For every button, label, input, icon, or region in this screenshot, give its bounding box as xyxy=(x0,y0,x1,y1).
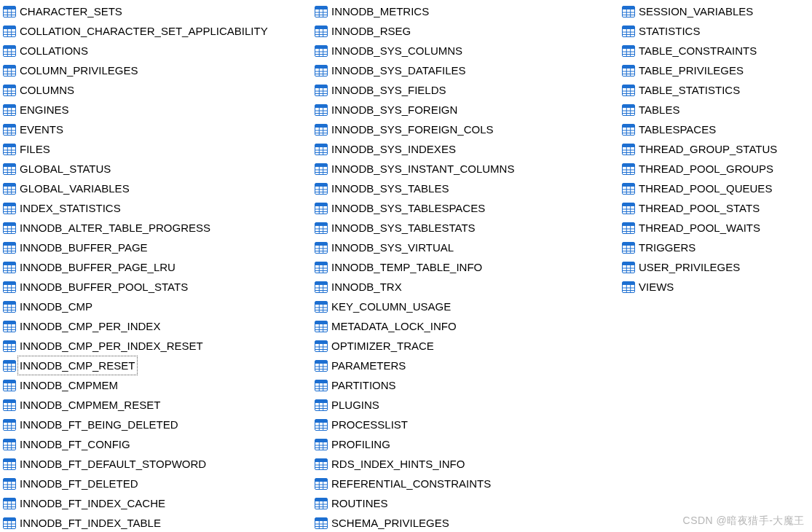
table-item-label: TABLE_STATISTICS xyxy=(636,80,743,100)
table-item-label: METADATA_LOCK_INFO xyxy=(329,316,460,336)
table-item[interactable]: FILES xyxy=(3,139,315,159)
table-icon xyxy=(622,163,635,176)
table-item[interactable]: COLLATION_CHARACTER_SET_APPLICABILITY xyxy=(3,21,315,41)
table-icon xyxy=(3,44,16,58)
table-item-label: FILES xyxy=(17,139,53,159)
table-item[interactable]: SESSION_VARIABLES xyxy=(622,1,810,21)
table-icon xyxy=(315,300,328,313)
svg-rect-205 xyxy=(315,105,327,108)
table-item[interactable]: COLUMN_PRIVILEGES xyxy=(3,60,315,80)
table-item[interactable]: ROUTINES xyxy=(315,493,622,513)
table-item[interactable]: INNODB_SYS_INSTANT_COLUMNS xyxy=(315,159,622,179)
table-item[interactable]: GLOBAL_VARIABLES xyxy=(3,179,315,198)
table-icon xyxy=(315,182,328,195)
table-item[interactable]: THREAD_POOL_WAITS xyxy=(622,218,810,238)
table-item[interactable]: PARTITIONS xyxy=(315,375,622,395)
table-item[interactable]: INNODB_SYS_VIRTUAL xyxy=(315,238,622,257)
table-item[interactable]: TABLES xyxy=(622,100,810,120)
table-item[interactable]: ENGINES xyxy=(3,100,315,120)
table-item[interactable]: INNODB_FT_INDEX_TABLE xyxy=(3,513,315,532)
table-item-label: INNODB_SYS_DATAFILES xyxy=(329,60,469,80)
table-item[interactable]: PROCESSLIST xyxy=(315,415,622,434)
table-item[interactable]: METADATA_LOCK_INFO xyxy=(315,316,622,336)
table-item[interactable]: THREAD_POOL_QUEUES xyxy=(622,179,810,198)
table-item[interactable]: USER_PRIVILEGES xyxy=(622,257,810,277)
table-item[interactable]: TRIGGERS xyxy=(622,238,810,257)
table-item[interactable]: EVENTS xyxy=(3,120,315,139)
table-item[interactable]: INNODB_FT_DELETED xyxy=(3,474,315,493)
table-item[interactable]: OPTIMIZER_TRACE xyxy=(315,336,622,356)
table-item[interactable]: INNODB_CMP_PER_INDEX xyxy=(3,316,315,336)
table-item[interactable]: RDS_INDEX_HINTS_INFO xyxy=(315,454,622,474)
table-item[interactable]: VIEWS xyxy=(622,277,810,297)
table-icon xyxy=(622,64,635,77)
table-item[interactable]: INNODB_BUFFER_PAGE xyxy=(3,238,315,257)
table-icon xyxy=(622,84,635,97)
svg-rect-127 xyxy=(4,420,15,423)
table-item[interactable]: INNODB_CMPMEM_RESET xyxy=(3,395,315,415)
table-item[interactable]: CHARACTER_SETS xyxy=(3,1,315,21)
table-item[interactable]: TABLE_PRIVILEGES xyxy=(622,60,810,80)
table-item[interactable]: STATISTICS xyxy=(622,21,810,41)
svg-rect-43 xyxy=(4,144,15,147)
table-item[interactable]: INNODB_METRICS xyxy=(315,1,622,21)
table-item[interactable]: INNODB_SYS_COLUMNS xyxy=(315,41,622,60)
table-item[interactable]: INNODB_SYS_TABLESPACES xyxy=(315,198,622,218)
table-item[interactable]: THREAD_POOL_STATS xyxy=(622,198,810,218)
svg-rect-313 xyxy=(315,459,327,462)
table-item[interactable]: PROFILING xyxy=(315,434,622,454)
table-item[interactable]: PARAMETERS xyxy=(315,356,622,375)
table-item[interactable]: INNODB_SYS_FIELDS xyxy=(315,80,622,100)
table-icon xyxy=(315,222,328,235)
table-item-label: COLLATION_CHARACTER_SET_APPLICABILITY xyxy=(17,21,271,41)
table-item[interactable]: INNODB_CMP_PER_INDEX_RESET xyxy=(3,336,315,356)
table-item-label: INNODB_TRX xyxy=(329,277,405,297)
table-item[interactable]: INDEX_STATISTICS xyxy=(3,198,315,218)
table-item[interactable]: INNODB_SYS_DATAFILES xyxy=(315,60,622,80)
svg-rect-355 xyxy=(623,26,634,29)
table-item[interactable]: PLUGINS xyxy=(315,395,622,415)
table-item[interactable]: INNODB_FT_DEFAULT_STOPWORD xyxy=(3,454,315,474)
table-item[interactable]: INNODB_FT_CONFIG xyxy=(3,434,315,454)
table-icon xyxy=(622,44,635,58)
table-item[interactable]: INNODB_ALTER_TABLE_PROGRESS xyxy=(3,218,315,238)
table-item[interactable]: THREAD_POOL_GROUPS xyxy=(622,159,810,179)
table-item[interactable]: INNODB_FT_BEING_DELETED xyxy=(3,415,315,434)
table-item[interactable]: THREAD_GROUP_STATUS xyxy=(622,139,810,159)
table-item[interactable]: GLOBAL_STATUS xyxy=(3,159,315,179)
table-item[interactable]: COLLATIONS xyxy=(3,41,315,60)
table-item[interactable]: COLUMNS xyxy=(3,80,315,100)
table-item[interactable]: INNODB_TEMP_TABLE_INFO xyxy=(315,257,622,277)
table-item-label: PLUGINS xyxy=(329,395,382,415)
table-icon xyxy=(622,143,635,156)
table-item-label: TABLE_CONSTRAINTS xyxy=(636,41,760,60)
table-icon xyxy=(315,418,328,431)
table-item[interactable]: SCHEMA_PRIVILEGES xyxy=(315,513,622,532)
svg-rect-259 xyxy=(315,282,327,285)
svg-rect-223 xyxy=(315,164,327,167)
table-icon xyxy=(3,202,16,215)
table-item[interactable]: INNODB_CMP xyxy=(3,297,315,316)
table-item[interactable]: INNODB_TRX xyxy=(315,277,622,297)
table-item[interactable]: INNODB_SYS_FOREIGN_COLS xyxy=(315,120,622,139)
table-item[interactable]: INNODB_CMP_RESET xyxy=(3,356,315,375)
table-item[interactable]: INNODB_FT_INDEX_CACHE xyxy=(3,493,315,513)
table-item[interactable]: INNODB_BUFFER_PAGE_LRU xyxy=(3,257,315,277)
table-item[interactable]: INNODB_SYS_INDEXES xyxy=(315,139,622,159)
table-icon xyxy=(3,281,16,294)
table-item[interactable]: INNODB_CMPMEM xyxy=(3,375,315,395)
table-item[interactable]: TABLE_CONSTRAINTS xyxy=(622,41,810,60)
svg-rect-97 xyxy=(4,321,15,324)
table-item[interactable]: KEY_COLUMN_USAGE xyxy=(315,297,622,316)
table-item[interactable]: TABLE_STATISTICS xyxy=(622,80,810,100)
table-item[interactable]: INNODB_RSEG xyxy=(315,21,622,41)
table-item[interactable]: INNODB_SYS_TABLESTATS xyxy=(315,218,622,238)
table-item[interactable]: INNODB_SYS_FOREIGN xyxy=(315,100,622,120)
svg-rect-265 xyxy=(315,302,327,305)
table-item-label: INNODB_SYS_INSTANT_COLUMNS xyxy=(329,159,517,179)
table-item[interactable]: INNODB_SYS_TABLES xyxy=(315,179,622,198)
table-item[interactable]: INNODB_BUFFER_POOL_STATS xyxy=(3,277,315,297)
svg-rect-25 xyxy=(4,85,15,88)
table-item[interactable]: REFERENTIAL_CONSTRAINTS xyxy=(315,474,622,493)
table-item[interactable]: TABLESPACES xyxy=(622,120,810,139)
